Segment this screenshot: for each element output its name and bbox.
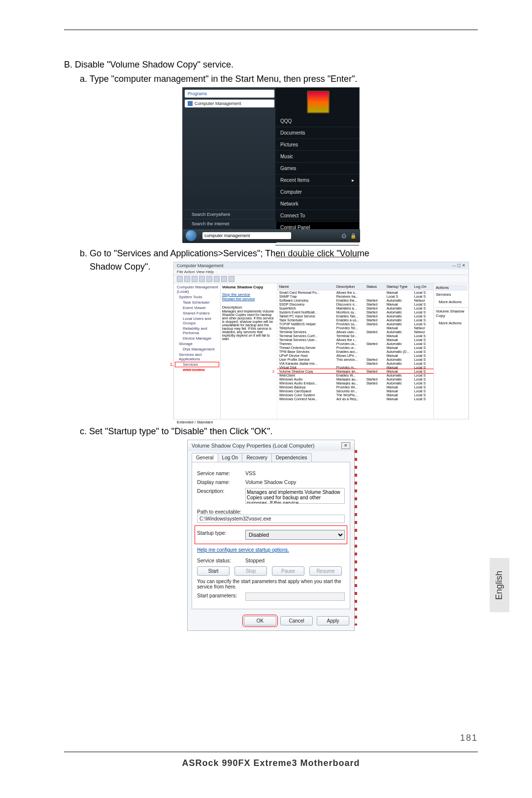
service-row[interactable]: SuperfetchMaintains a...StartedAutomatic… (277, 306, 433, 310)
vss-properties-dialog: Volume Shadow Copy Properties (Local Com… (187, 440, 355, 631)
tree-item[interactable]: Local Users and Groups (175, 316, 219, 326)
program-item[interactable]: Computer Management (195, 101, 241, 106)
actions-item[interactable]: More Actions (435, 319, 467, 327)
col-desc: Description (336, 284, 364, 289)
search-everywhere[interactable]: Search Everywhere (192, 212, 231, 217)
service-row[interactable]: Windows Audio Endpoi...Manages au...Star… (277, 381, 433, 385)
right-item[interactable]: Pictures (275, 139, 359, 151)
cm-tabstrip[interactable]: Extended / Standard (174, 419, 468, 425)
computer-management-screenshot: Computer Management — ▢ ✕ File Action Vi… (173, 262, 469, 419)
actions-item[interactable]: Services (435, 291, 467, 298)
service-row[interactable]: SSDP DiscoveryDiscovers n...StartedManua… (277, 302, 433, 306)
service-row[interactable]: VIA Karaoke digital mix...StartedAutomat… (277, 361, 433, 365)
apply-button[interactable]: Apply (317, 616, 349, 625)
service-row[interactable]: Smart Card Removal Po...Allows the s...M… (277, 290, 433, 294)
right-item[interactable]: Documents (275, 127, 359, 139)
desc-text: Manages and implements Volume Shadow Cop… (222, 310, 275, 341)
dialog-title: Volume Shadow Copy Properties (Local Com… (192, 443, 314, 449)
right-item[interactable]: Help and Support (275, 245, 359, 257)
tab-dependencies[interactable]: Dependencies (271, 453, 312, 462)
cancel-button[interactable]: Cancel (280, 616, 313, 625)
service-row[interactable]: Windows Connect Now...Act as a Reg...Man… (277, 397, 433, 401)
cm-tree[interactable]: Computer Management (Local) System Tools… (174, 283, 221, 419)
tree-item[interactable]: System Tools (175, 294, 219, 300)
service-row[interactable]: Task SchedulerEnables a us...StartedAuto… (277, 318, 433, 322)
user-picture (307, 91, 330, 113)
step-b-cont: Shadow Copy". (90, 262, 173, 416)
service-name: VSS (245, 470, 345, 476)
tree-item[interactable]: Reliability and Performa (175, 326, 219, 336)
tree-item[interactable]: Shared Folders (175, 311, 219, 316)
service-row[interactable]: User Profile ServiceThis service...Start… (277, 357, 433, 361)
tree-item[interactable]: Disk Management (175, 347, 219, 352)
tree-services[interactable]: Services (183, 362, 198, 367)
right-item[interactable]: Recent Items (280, 177, 309, 183)
right-item[interactable]: Games (275, 163, 359, 174)
start-search-input[interactable] (202, 232, 291, 239)
cm-toolbar[interactable] (174, 275, 468, 283)
services-list[interactable]: Smart Card Removal Po...Allows the s...M… (277, 290, 433, 401)
tree-item[interactable]: Event Viewer (175, 305, 219, 311)
actions-item[interactable]: More Actions (435, 298, 467, 307)
description-label: Description: (197, 488, 241, 494)
tree-item[interactable]: Task Scheduler (175, 300, 219, 305)
right-item[interactable]: Computer (275, 186, 359, 198)
service-row[interactable]: Terminal Services Conf...Terminal Se...M… (277, 334, 433, 338)
tree-root[interactable]: Computer Management (Local) (175, 284, 219, 294)
service-row[interactable]: TCP/IP NetBIOS HelperProvides su...Start… (277, 322, 433, 326)
service-row[interactable]: TelephonyProvides Tel...ManualNetwor (277, 326, 433, 330)
step-c: c. Set "Startup type" to "Disable" then … (80, 426, 478, 437)
service-row[interactable]: ThemesProvides us...StartedAutomaticLoca… (277, 342, 433, 346)
restart-service-link[interactable]: Restart the service (222, 297, 275, 301)
service-row[interactable]: UPnP Device HostAllows UPn...ManualLocal… (277, 353, 433, 357)
service-row[interactable]: SNMP TrapReceives tra...Local SLocal S (277, 294, 433, 298)
tree-item[interactable]: Storage (175, 341, 219, 347)
right-item[interactable]: Connect To (275, 210, 359, 222)
language-tab: English (490, 558, 509, 612)
tab-logon[interactable]: Log On (218, 453, 243, 462)
tree-item[interactable]: Device Manager (175, 336, 219, 341)
startup-type-label: Startup type: (197, 530, 241, 536)
service-row[interactable]: 2.Volume Shadow CopyManages an...Started… (277, 369, 433, 373)
stop-service-link[interactable]: Stop the service (222, 292, 275, 297)
actions-heading: Actions (435, 284, 467, 291)
lock-icon[interactable]: 🔒 (350, 233, 356, 239)
tab-recovery[interactable]: Recovery (242, 453, 271, 462)
description-text[interactable]: Manages and implements Volume Shadow Cop… (245, 488, 345, 504)
service-row[interactable]: WebClientEnables W...AutomaticLocal S (277, 373, 433, 377)
display-name-label: Display name: (197, 479, 241, 485)
service-row[interactable]: Tablet PC Input ServiceEnables Tab...Sta… (277, 314, 433, 318)
service-row[interactable]: Windows AudioManages au...StartedAutomat… (277, 377, 433, 381)
service-row[interactable]: System Event Notificati...Monitors sy...… (277, 310, 433, 314)
start-button[interactable]: Start (197, 566, 230, 576)
service-row[interactable]: Thread Ordering ServerProvides or...Manu… (277, 346, 433, 349)
actions-item[interactable]: Volume Shadow Copy (435, 307, 467, 319)
power-icon[interactable]: ⏻ (341, 233, 346, 239)
help-link[interactable]: Help me configure service startup option… (197, 547, 289, 553)
service-row[interactable]: Windows Color SystemThe WcsPlu...ManualL… (277, 393, 433, 397)
pause-button: Pause (272, 566, 304, 576)
service-row[interactable]: Windows CardSpaceSecurely en...ManualLoc… (277, 389, 433, 393)
startup-type-select[interactable]: Disabled (245, 530, 345, 540)
service-row[interactable]: TPM Base ServicesEnables acc...Automatic… (277, 349, 433, 353)
close-icon[interactable]: ✕ (341, 442, 350, 449)
service-row[interactable]: Virtual DiskProvides m...ManualLocal S (277, 365, 433, 369)
service-row[interactable]: Terminal Services User...Allows the r...… (277, 338, 433, 342)
services-header[interactable]: Name Description Status Startup Type Log… (277, 283, 433, 290)
right-item[interactable]: Music (275, 151, 359, 163)
right-item[interactable]: QQQ (275, 115, 359, 127)
service-row[interactable]: Software LicensingEnables the...StartedA… (277, 298, 433, 302)
tab-general[interactable]: General (192, 453, 218, 462)
path-label: Path to executable: (197, 509, 345, 515)
tree-item[interactable]: Services and Applications (179, 352, 201, 361)
start-orb-icon[interactable] (186, 230, 197, 241)
search-internet[interactable]: Search the Internet (192, 221, 230, 226)
col-startup: Startup Type (387, 284, 411, 289)
tree-item[interactable]: WMI Control (175, 367, 219, 373)
right-item[interactable]: Network (275, 198, 359, 210)
service-row[interactable]: Windows BackupProvides Wi...ManualLocal … (277, 385, 433, 389)
ok-button[interactable]: OK (244, 616, 276, 625)
cm-menubar[interactable]: File Action View Help (174, 269, 468, 275)
window-controls[interactable]: — ▢ ✕ (452, 263, 466, 268)
service-row[interactable]: Terminal ServicesAllows user...StartedAu… (277, 330, 433, 334)
